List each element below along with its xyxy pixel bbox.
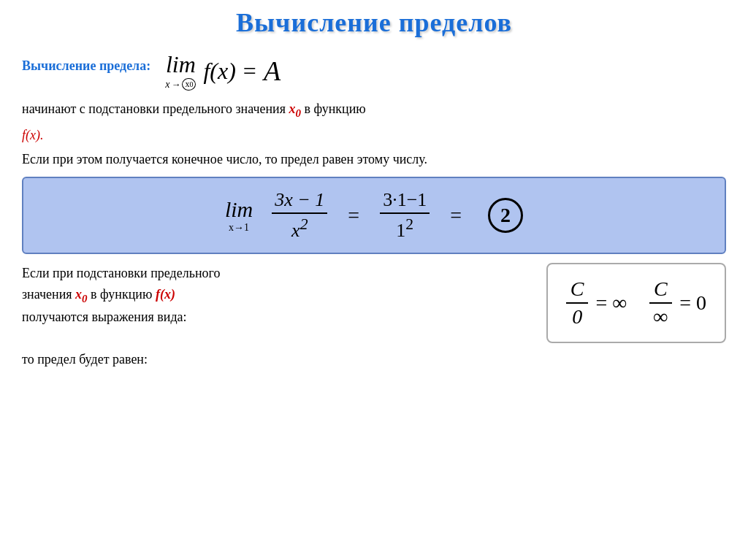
- formula-equals: =: [243, 58, 256, 85]
- step-fraction: 3·1−1 12: [380, 189, 430, 242]
- lim-word: lim: [166, 51, 196, 78]
- fx-label: f(x).: [22, 128, 43, 142]
- page-container: Вычисление пределов Вычисление предела: …: [0, 0, 748, 560]
- bottom-text1: Если при подстановки предельного: [22, 266, 221, 280]
- frac-c-over-inf: C ∞: [649, 277, 672, 329]
- equals-2: =: [450, 204, 462, 227]
- blue-box-inner: lim x→1 3x − 1 x2 = 3·1−1 12 = 2: [38, 189, 710, 242]
- text2: Если при этом получается конечное число,…: [22, 152, 427, 166]
- result-value: 2: [500, 204, 511, 227]
- definition-label: Вычисление предела:: [22, 51, 150, 74]
- text1: начинают с подстановки предельного значе…: [22, 101, 286, 116]
- x-var: x: [165, 79, 169, 91]
- bottom-fx: f(x): [156, 287, 175, 302]
- body-text-1: начинают с подстановки предельного значе…: [22, 99, 726, 121]
- bottom-para-4: то предел будет равен:: [22, 349, 524, 370]
- section-definition: Вычисление предела: lim x → x0 f(x) = A: [22, 51, 726, 91]
- body-text-fx: f(x).: [22, 126, 726, 145]
- bottom-section: Если при подстановки предельного значени…: [22, 263, 726, 370]
- lim-block: lim x → x0: [165, 51, 196, 91]
- example-fraction: 3x − 1 x2: [272, 189, 327, 242]
- lim-example-word: lim: [225, 197, 253, 222]
- formula-group-2: C ∞ = 0: [649, 277, 706, 329]
- main-title: Вычисление пределов: [236, 8, 512, 37]
- frac-numerator: 3x − 1: [272, 189, 327, 214]
- text1b: в функцию: [305, 101, 366, 116]
- bottom-text4: то предел будет равен:: [22, 352, 148, 367]
- bottom-para-3: получаются выражения вида:: [22, 307, 524, 328]
- bottom-left-text: Если при подстановки предельного значени…: [22, 263, 524, 370]
- step-numerator: 3·1−1: [380, 189, 430, 214]
- inf-denominator: ∞: [649, 304, 672, 329]
- title-area: Вычисление пределов: [22, 7, 726, 38]
- frac-denominator: x2: [289, 214, 310, 242]
- formula-text: f(x): [203, 58, 235, 85]
- x0-var: x0: [289, 101, 302, 116]
- bottom-para-2: значения x0 в функцию f(x): [22, 284, 524, 307]
- equals-inf: = ∞: [595, 291, 627, 315]
- c-numerator: C: [566, 277, 589, 304]
- result-circle: 2: [488, 198, 523, 233]
- x0-circle: x0: [182, 78, 196, 91]
- formula-group-1: C 0 = ∞: [566, 277, 627, 329]
- formulas-box: C 0 = ∞ C ∞ = 0: [546, 263, 726, 343]
- lim-example-block: lim x→1: [225, 197, 253, 234]
- step-denominator: 12: [393, 214, 416, 242]
- arrow: →: [171, 79, 180, 91]
- equals-zero: = 0: [679, 291, 706, 315]
- lim-example-sub: x→1: [229, 222, 249, 234]
- zero-denominator: 0: [568, 304, 587, 329]
- bottom-text3: получаются выражения вида:: [22, 310, 187, 324]
- formula-a: A: [264, 55, 280, 87]
- limit-formula-display: lim x → x0 f(x) = A: [165, 51, 280, 91]
- bottom-text-values: значения x0 в функцию f(x): [22, 287, 175, 302]
- body-text-2: Если при этом получается конечное число,…: [22, 150, 726, 169]
- frac-c-over-0: C 0: [566, 277, 589, 329]
- equals-1: =: [348, 204, 359, 227]
- bottom-para-1: Если при подстановки предельного: [22, 263, 524, 284]
- example-box: lim x→1 3x − 1 x2 = 3·1−1 12 = 2: [22, 177, 726, 254]
- c-numerator-2: C: [649, 277, 672, 304]
- lim-subscript: x → x0: [165, 78, 196, 91]
- bottom-x0: x0: [75, 287, 88, 302]
